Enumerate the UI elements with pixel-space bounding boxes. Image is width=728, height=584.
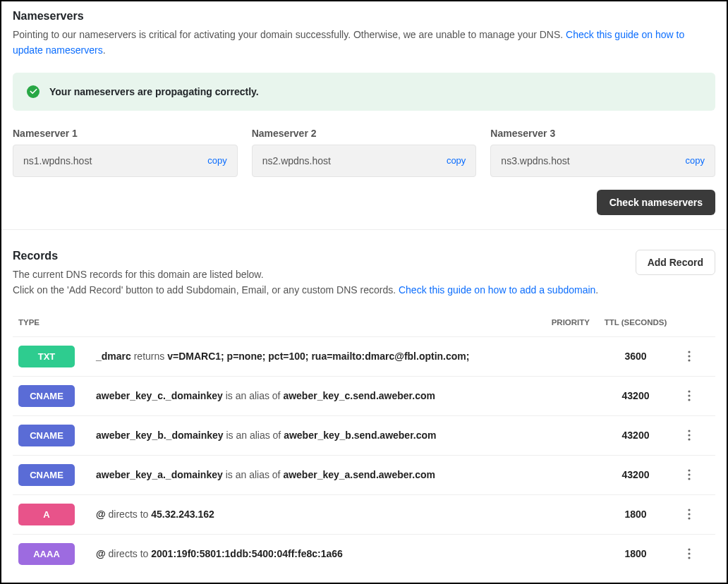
add-record-button[interactable]: Add Record <box>636 250 715 275</box>
svg-point-17 <box>688 556 690 559</box>
svg-point-14 <box>688 517 690 519</box>
record-type-badge: TXT <box>18 346 75 367</box>
record-description: aweber_key_b._domainkey is an alias of a… <box>96 430 526 441</box>
svg-point-1 <box>688 355 690 357</box>
record-ttl: 1800 <box>590 509 681 520</box>
records-guide-link[interactable]: Check this guide on how to add a subdoma… <box>399 284 595 296</box>
record-actions-menu[interactable] <box>681 388 697 403</box>
record-ttl: 43200 <box>590 430 681 441</box>
svg-point-15 <box>688 548 690 550</box>
svg-point-4 <box>688 394 690 396</box>
check-circle-icon <box>27 85 40 98</box>
nameserver-box-2: ns2.wpdns.host copy <box>252 145 477 177</box>
nameservers-desc-suffix: . <box>103 44 106 56</box>
nameserver-value-1: ns1.wpdns.host <box>23 155 92 166</box>
records-sub2-prefix: Click on the 'Add Record' button to add … <box>13 284 399 296</box>
table-row: CNAME aweber_key_b._domainkey is an alia… <box>13 415 715 455</box>
svg-point-7 <box>688 434 690 436</box>
svg-point-12 <box>688 509 690 511</box>
records-title: Records <box>13 250 636 262</box>
record-ttl: 3600 <box>590 351 681 362</box>
record-type-badge: A <box>18 504 75 525</box>
nameserver-value-2: ns2.wpdns.host <box>262 155 331 166</box>
nameserver-label-1: Nameserver 1 <box>13 128 238 139</box>
records-sub2-suffix: . <box>595 284 598 296</box>
section-divider <box>1 229 727 230</box>
svg-point-3 <box>688 390 690 392</box>
nameservers-desc: Pointing to our nameservers is critical … <box>13 27 715 59</box>
record-type-badge: CNAME <box>18 385 75 407</box>
records-table-header: TYPE PRIORITY TTL (SECONDS) <box>13 318 715 336</box>
table-row: AAAA @ directs to 2001:19f0:5801:1ddb:54… <box>13 534 715 573</box>
nameserver-label-3: Nameserver 3 <box>490 128 715 139</box>
record-actions-menu[interactable] <box>681 546 697 561</box>
record-actions-menu[interactable] <box>681 467 697 482</box>
nameserver-label-2: Nameserver 2 <box>252 128 477 139</box>
header-priority: PRIORITY <box>526 318 590 327</box>
table-row: A @ directs to 45.32.243.162 1800 <box>13 494 715 534</box>
record-type-badge: AAAA <box>18 543 75 565</box>
header-ttl: TTL (SECONDS) <box>590 318 681 327</box>
record-ttl: 43200 <box>590 469 681 480</box>
record-type-badge: CNAME <box>18 425 75 446</box>
nameservers-desc-text: Pointing to our nameservers is critical … <box>13 29 566 40</box>
svg-point-11 <box>688 477 690 480</box>
svg-point-2 <box>688 359 690 361</box>
record-actions-menu[interactable] <box>681 427 697 443</box>
svg-point-9 <box>688 469 690 471</box>
record-type-badge: CNAME <box>18 464 75 486</box>
svg-point-8 <box>688 438 690 440</box>
copy-nameserver-2[interactable]: copy <box>447 155 466 166</box>
copy-nameserver-1[interactable]: copy <box>207 155 226 166</box>
record-description: aweber_key_a._domainkey is an alias of a… <box>96 469 526 480</box>
record-description: @ directs to 45.32.243.162 <box>96 509 526 520</box>
svg-point-6 <box>688 430 690 432</box>
table-row: TXT _dmarc returns v=DMARC1; p=none; pct… <box>13 336 715 376</box>
record-description: _dmarc returns v=DMARC1; p=none; pct=100… <box>96 351 526 362</box>
record-ttl: 1800 <box>590 548 681 559</box>
records-sub2: Click on the 'Add Record' button to add … <box>13 282 636 298</box>
record-description: aweber_key_c._domainkey is an alias of a… <box>96 390 526 401</box>
propagation-alert: Your nameservers are propagating correct… <box>13 73 715 111</box>
svg-point-5 <box>688 399 690 401</box>
record-ttl: 43200 <box>590 390 681 401</box>
nameserver-value-3: ns3.wpdns.host <box>501 155 569 166</box>
table-row: CNAME aweber_key_c._domainkey is an alia… <box>13 376 715 415</box>
record-actions-menu[interactable] <box>681 506 697 522</box>
svg-point-13 <box>688 513 690 515</box>
record-actions-menu[interactable] <box>681 348 697 364</box>
table-row: CNAME aweber_key_a._domainkey is an alia… <box>13 455 715 494</box>
svg-point-0 <box>688 351 690 353</box>
svg-point-10 <box>688 473 690 475</box>
copy-nameserver-3[interactable]: copy <box>686 155 705 166</box>
record-description: @ directs to 2001:19f0:5801:1ddb:5400:04… <box>96 548 526 559</box>
nameserver-box-1: ns1.wpdns.host copy <box>13 145 238 177</box>
alert-text: Your nameservers are propagating correct… <box>49 86 259 97</box>
check-nameservers-button[interactable]: Check nameservers <box>597 190 715 215</box>
svg-point-16 <box>688 552 690 554</box>
nameservers-title: Nameservers <box>13 10 715 23</box>
nameserver-box-3: ns3.wpdns.host copy <box>490 145 715 177</box>
records-sub1: The current DNS records for this domain … <box>13 267 636 282</box>
header-type: TYPE <box>18 318 96 327</box>
